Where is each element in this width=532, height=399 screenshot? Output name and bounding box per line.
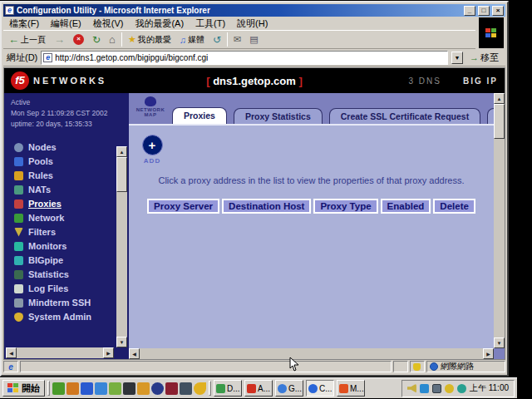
- menu-favorites[interactable]: 我的最愛(A): [129, 17, 190, 31]
- forward-button[interactable]: →: [52, 34, 67, 46]
- quicklaunch-icon[interactable]: [123, 382, 135, 395]
- scrollbar-thumb[interactable]: [494, 104, 505, 139]
- media-button[interactable]: ♫ 媒體: [177, 33, 207, 47]
- maximize-button[interactable]: □: [478, 6, 490, 16]
- taskbar-window-button-active[interactable]: C...: [306, 380, 334, 397]
- toolbar-drag-handle[interactable]: [47, 381, 50, 396]
- scroll-up-icon[interactable]: ▲: [116, 146, 127, 157]
- sidebar-item-label: Filters: [28, 227, 56, 237]
- tray-app-icon[interactable]: [457, 384, 466, 393]
- hostname-text: dns1.getop.com: [213, 75, 296, 87]
- sidebar-item-system-admin[interactable]: System Admin: [14, 310, 129, 324]
- column-proxy-type: Proxy Type: [313, 199, 377, 214]
- network-map-icon: [145, 96, 156, 106]
- scroll-up-icon[interactable]: ▲: [494, 93, 505, 104]
- quicklaunch-icon[interactable]: [52, 382, 65, 395]
- favorites-button[interactable]: ★ 我的最愛: [126, 33, 174, 47]
- sidebar-horizontal-scrollbar[interactable]: ◀ ▶: [6, 347, 114, 358]
- system-tray: 上午 11:00: [401, 380, 515, 397]
- taskbar-window-button[interactable]: D...: [214, 380, 242, 397]
- instruction-text: Click a proxy address in the list to vie…: [129, 175, 494, 185]
- display-settings-icon[interactable]: [432, 384, 441, 393]
- volume-icon[interactable]: [407, 384, 416, 393]
- menu-help[interactable]: 說明(H): [231, 17, 273, 31]
- address-dropdown-button[interactable]: ▼: [451, 52, 463, 64]
- address-input[interactable]: e http://dns1.getop.com/bigipgui/bigconf…: [41, 51, 448, 65]
- main-vertical-scrollbar[interactable]: ▲ ▼: [494, 93, 505, 348]
- sidebar-vertical-scrollbar[interactable]: ▲ ▼: [116, 146, 127, 347]
- sidebar-item-nodes[interactable]: Nodes: [14, 140, 129, 155]
- quicklaunch-icon[interactable]: [95, 382, 107, 395]
- sidebar-item-pools[interactable]: Pools: [14, 155, 129, 169]
- filters-icon: [14, 228, 23, 237]
- quicklaunch-icon[interactable]: [81, 382, 93, 395]
- network-map-button[interactable]: NETWORK MAP: [131, 96, 170, 122]
- sidebar-item-filters[interactable]: Filters: [14, 225, 129, 239]
- favorites-label: 我的最愛: [138, 34, 171, 46]
- status-message-panel: [20, 361, 392, 372]
- scroll-down-icon[interactable]: ▼: [494, 337, 505, 348]
- tab-create-ssl-certificate-request[interactable]: Create SSL Certificate Request: [329, 108, 480, 124]
- quicklaunch-icon[interactable]: [180, 382, 192, 395]
- scroll-left-icon[interactable]: ◀: [129, 348, 140, 359]
- home-button[interactable]: ⌂: [106, 32, 118, 47]
- toolbar-drag-handle[interactable]: [209, 381, 211, 396]
- history-button[interactable]: ↺: [210, 33, 224, 47]
- close-button[interactable]: ×: [492, 6, 504, 16]
- main-frame: NETWORK MAP Proxies Proxy Statistics Cre…: [129, 93, 505, 359]
- tab-install-ssl-certificate[interactable]: Install SSL Certif: [487, 108, 494, 124]
- quicklaunch-icon[interactable]: [66, 382, 79, 395]
- network-status-icon[interactable]: [420, 384, 429, 393]
- quicklaunch-icon[interactable]: [165, 382, 178, 395]
- scroll-left-icon[interactable]: ◀: [6, 347, 17, 358]
- go-button[interactable]: → 移至: [466, 51, 502, 65]
- taskbar-window-button[interactable]: M...: [337, 380, 365, 397]
- stop-button[interactable]: ×: [71, 33, 86, 46]
- back-button[interactable]: ← 上一頁: [6, 33, 48, 47]
- clock[interactable]: 上午 11:00: [470, 382, 509, 394]
- favorites-icon: ★: [128, 34, 136, 45]
- add-icon[interactable]: +: [142, 135, 163, 155]
- sidebar-item-monitors[interactable]: Monitors: [14, 239, 129, 254]
- sidebar-item-network[interactable]: Network: [14, 211, 129, 225]
- refresh-button[interactable]: ↻: [90, 33, 103, 47]
- sidebar-item-proxies[interactable]: Proxies: [14, 197, 129, 211]
- scroll-down-icon[interactable]: ▼: [116, 337, 127, 347]
- print-button[interactable]: ▤: [247, 33, 260, 46]
- quicklaunch-icon[interactable]: [151, 382, 164, 395]
- menu-file[interactable]: 檔案(F): [3, 17, 45, 31]
- sidebar-item-statistics[interactable]: Statistics: [14, 268, 129, 282]
- mail-button[interactable]: ✉: [231, 33, 244, 46]
- scroll-right-icon[interactable]: ▶: [483, 348, 494, 359]
- title-bar[interactable]: e Configuration Utility - Microsoft Inte…: [3, 4, 505, 17]
- quicklaunch-icon[interactable]: [194, 382, 206, 395]
- mindterm-icon: [14, 298, 23, 308]
- add-proxy-button[interactable]: + ADD: [140, 135, 165, 165]
- sidebar-item-logfiles[interactable]: Log Files: [14, 282, 129, 296]
- menu-view[interactable]: 檢視(V): [87, 17, 130, 31]
- tab-proxies[interactable]: Proxies: [172, 107, 227, 124]
- taskbar-window-button[interactable]: G...: [275, 380, 303, 397]
- navigation-sidebar: Active Mon Sep 2 11:09:28 CST 2002 uptim…: [4, 93, 129, 359]
- toolbar-separator: [121, 32, 122, 47]
- tab-proxy-statistics[interactable]: Proxy Statistics: [234, 108, 323, 124]
- tray-app-icon[interactable]: [445, 384, 454, 393]
- minimize-button[interactable]: _: [464, 6, 475, 16]
- scrollbar-thumb[interactable]: [116, 157, 127, 192]
- quicklaunch-icon[interactable]: [109, 382, 121, 395]
- main-horizontal-scrollbar[interactable]: ◀ ▶: [129, 348, 494, 359]
- sidebar-item-bigpipe[interactable]: BIGpipe: [14, 254, 129, 268]
- sidebar-item-mindterm-ssh[interactable]: Mindterm SSH: [14, 296, 129, 310]
- sidebar-item-label: Proxies: [28, 199, 62, 209]
- menu-tools[interactable]: 工具(T): [190, 17, 231, 31]
- start-button[interactable]: 開始: [2, 380, 45, 397]
- scroll-right-icon[interactable]: ▶: [103, 347, 114, 358]
- sidebar-item-nats[interactable]: NATs: [14, 183, 129, 197]
- quicklaunch-icon[interactable]: [137, 382, 150, 395]
- taskbar-window-button[interactable]: A...: [244, 380, 273, 397]
- sidebar-item-rules[interactable]: Rules: [14, 169, 129, 183]
- proxies-content: + ADD Click a proxy address in the list …: [129, 124, 494, 348]
- tabs-row: Proxies Proxy Statistics Create SSL Cert…: [172, 107, 494, 124]
- menu-edit[interactable]: 編輯(E): [45, 17, 87, 31]
- app-icon: [339, 384, 348, 393]
